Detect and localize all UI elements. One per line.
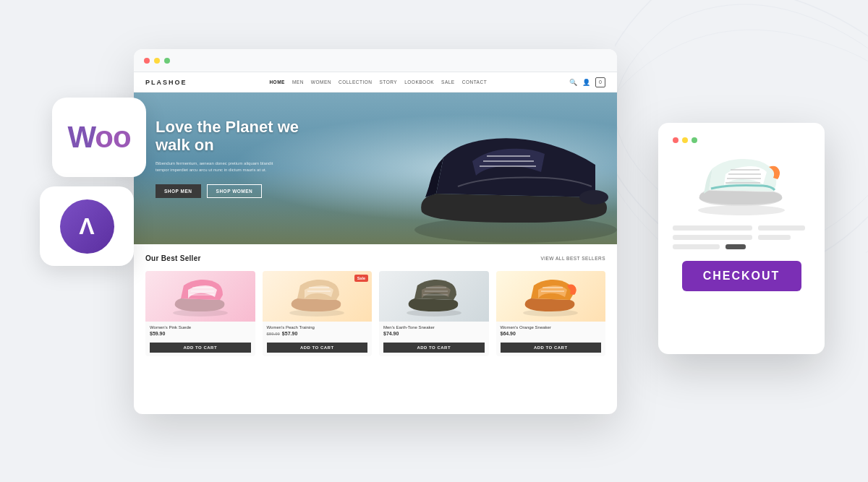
browser-chrome xyxy=(134,49,617,72)
dot-green xyxy=(692,137,697,143)
checkout-content-lines xyxy=(673,225,810,249)
content-line-1 xyxy=(673,225,752,231)
nav-women[interactable]: WOMEN xyxy=(311,79,331,85)
browser-dot-yellow xyxy=(154,58,160,64)
nav-lookbook[interactable]: LOOKBOOK xyxy=(404,79,434,85)
header-icons: 🔍 👤 0 xyxy=(569,77,605,87)
content-line-5 xyxy=(673,244,720,249)
woo-logo: Woo xyxy=(67,120,130,155)
content-line-6 xyxy=(726,244,746,249)
svg-point-19 xyxy=(698,205,785,215)
cart-icon[interactable]: 0 xyxy=(595,77,605,87)
content-line-2 xyxy=(758,225,805,231)
product-price-1: $59.90 xyxy=(150,331,251,336)
view-all-link[interactable]: VIEW ALL BEST SELLERS xyxy=(540,256,605,261)
checkout-shoe-image xyxy=(691,154,792,215)
product-image-3 xyxy=(379,271,489,322)
product-image-2: Sale xyxy=(263,271,373,322)
product-info-4: Women's Orange Sneaker $64.90 ADD TO CAR… xyxy=(496,322,606,356)
nav-men[interactable]: MEN xyxy=(292,79,304,85)
product-card-4: Women's Orange Sneaker $64.90 ADD TO CAR… xyxy=(496,271,606,356)
checkout-window-dots xyxy=(673,137,697,143)
product-name-4: Women's Orange Sneaker xyxy=(501,325,602,330)
product-image-1 xyxy=(145,271,255,322)
product-info-2: Women's Peach Training $89.90$57.90 ADD … xyxy=(263,322,373,356)
product-info-1: Women's Pink Suede $59.90 ADD TO CART xyxy=(145,322,255,356)
dot-yellow xyxy=(682,137,688,143)
nav-sale[interactable]: SALE xyxy=(441,79,455,85)
product-price-4: $64.90 xyxy=(501,331,602,336)
store-logo: PLASHOE xyxy=(145,79,187,86)
hero-title: Love the Planet we walk on xyxy=(156,118,300,155)
user-icon[interactable]: 👤 xyxy=(582,79,590,86)
product-card-2: Sale Women's Peach Training $89.90$57.90 xyxy=(263,271,373,356)
add-to-cart-1[interactable]: ADD TO CART xyxy=(150,343,251,353)
add-to-cart-3[interactable]: ADD TO CART xyxy=(383,343,485,353)
shop-men-button[interactable]: SHOP MEN xyxy=(156,184,201,198)
browser-dot-green xyxy=(164,58,170,64)
line-row-3 xyxy=(673,244,810,249)
nav-collection[interactable]: COLLECTION xyxy=(339,79,373,85)
product-image-4 xyxy=(496,271,606,322)
product-name-1: Women's Pink Suede xyxy=(150,325,251,330)
add-to-cart-4[interactable]: ADD TO CART xyxy=(501,343,602,353)
add-to-cart-2[interactable]: ADD TO CART xyxy=(267,343,368,353)
checkout-button[interactable]: CHECKOUT xyxy=(682,261,801,291)
content-line-3 xyxy=(673,235,752,240)
aria-circle: Λ xyxy=(60,199,114,254)
product-price-2: $89.90$57.90 xyxy=(267,331,368,336)
products-grid: Women's Pink Suede $59.90 ADD TO CART Sa… xyxy=(145,271,605,356)
orange-shoe-svg xyxy=(518,277,583,317)
store-header: PLASHOE HOME MEN WOMEN COLLECTION STORY … xyxy=(134,72,617,92)
product-info-3: Men's Earth-Tone Sneaker $74.90 ADD TO C… xyxy=(379,322,489,356)
content-line-4 xyxy=(758,235,791,240)
hero-subtitle: Bibendum fermentum, aenean donec pretium… xyxy=(156,160,286,174)
peach-shoe-svg xyxy=(284,277,349,317)
shop-women-button[interactable]: SHOP WOMEN xyxy=(207,184,263,198)
checkout-card: CHECKOUT xyxy=(658,123,825,354)
product-card-1: Women's Pink Suede $59.90 ADD TO CART xyxy=(145,271,255,356)
line-row-1 xyxy=(673,225,810,231)
sale-badge-2: Sale xyxy=(354,275,368,282)
checkout-shoe-svg xyxy=(691,154,792,215)
products-section-title: Our Best Seller xyxy=(145,254,201,262)
dark-shoe-svg xyxy=(401,277,467,317)
original-price-2: $89.90 xyxy=(267,332,280,336)
svg-point-4 xyxy=(579,190,608,205)
nav-home[interactable]: HOME xyxy=(269,79,285,85)
products-header: Our Best Seller VIEW ALL BEST SELLERS xyxy=(145,254,605,262)
store-navigation: HOME MEN WOMEN COLLECTION STORY LOOKBOOK… xyxy=(269,79,487,85)
elementor-badge: Λ xyxy=(40,186,134,266)
hero-buttons: SHOP MEN SHOP WOMEN xyxy=(156,184,300,198)
woocommerce-badge: Woo xyxy=(52,98,146,177)
hero-shoe-image xyxy=(400,92,617,244)
hero-section: Love the Planet we walk on Bibendum ferm… xyxy=(134,92,617,244)
dot-red xyxy=(673,137,678,143)
products-section: Our Best Seller VIEW ALL BEST SELLERS xyxy=(134,244,617,366)
line-row-2 xyxy=(673,235,810,240)
aria-icon: Λ xyxy=(79,213,94,240)
browser-dot-red xyxy=(144,58,150,64)
product-price-3: $74.90 xyxy=(383,331,485,336)
nav-contact[interactable]: CONTACT xyxy=(462,79,487,85)
pink-shoe-svg xyxy=(168,277,233,317)
product-name-2: Women's Peach Training xyxy=(267,325,368,330)
nav-story[interactable]: STORY xyxy=(380,79,398,85)
search-icon[interactable]: 🔍 xyxy=(569,79,576,86)
hero-content: Love the Planet we walk on Bibendum ferm… xyxy=(156,118,300,198)
product-name-3: Men's Earth-Tone Sneaker xyxy=(383,325,485,330)
browser-mockup: PLASHOE HOME MEN WOMEN COLLECTION STORY … xyxy=(134,49,617,414)
product-card-3: Men's Earth-Tone Sneaker $74.90 ADD TO C… xyxy=(379,271,489,356)
